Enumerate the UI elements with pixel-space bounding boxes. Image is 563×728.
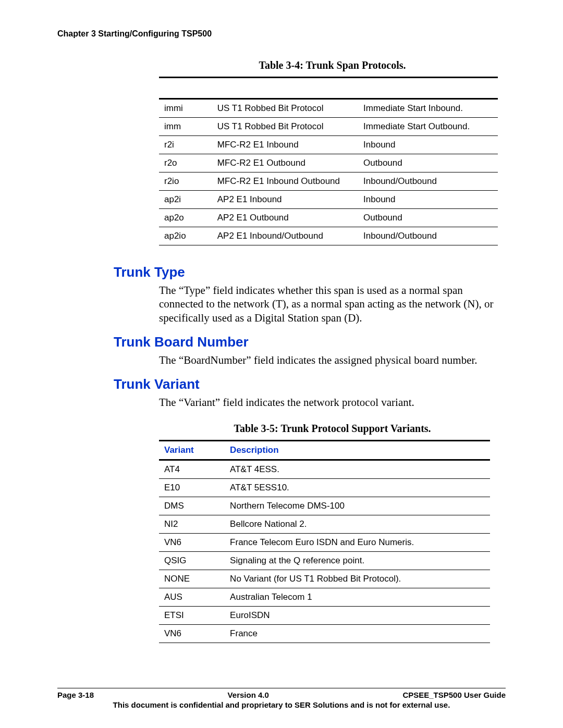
protocol-code: r2io: [159, 172, 212, 191]
footer-confidential-note: This document is confidential and propri…: [57, 700, 506, 709]
variant-code: DMS: [159, 497, 225, 515]
paragraph-trunk-variant: The “Variant” field indicates the networ…: [159, 396, 503, 409]
protocol-code: immi: [159, 99, 212, 118]
table-3-5: Variant Description AT4 AT&T 4ESS. E10 A…: [159, 440, 490, 643]
protocol-name: US T1 Robbed Bit Protocol: [212, 99, 358, 118]
variant-desc: No Variant (for US T1 Robbed Bit Protoco…: [225, 570, 490, 588]
table-3-5-block: Table 3-5: Trunk Protocol Support Varian…: [159, 423, 506, 643]
heading-trunk-type: Trunk Type: [114, 264, 506, 280]
protocol-desc: Outbound: [358, 154, 498, 172]
protocol-name: MFC-R2 E1 Inbound Outbound: [212, 172, 358, 191]
table-3-4-caption: Table 3-4: Trunk Span Protocols.: [159, 59, 506, 71]
page-footer: Page 3-18 Version 4.0 CPSEE_TSP500 User …: [57, 688, 506, 709]
variant-desc: EuroISDN: [225, 607, 490, 625]
protocol-desc: Inbound: [358, 191, 498, 209]
table-row: AUS Australian Telecom 1: [159, 588, 490, 607]
protocol-code: ap2io: [159, 227, 212, 245]
protocol-name: AP2 E1 Inbound: [212, 191, 358, 209]
column-header-description: Description: [225, 441, 490, 460]
table-row: E10 AT&T 5ESS10.: [159, 479, 490, 497]
table-row: ap2io AP2 E1 Inbound/Outbound Inbound/Ou…: [159, 227, 498, 245]
table-3-5-caption: Table 3-5: Trunk Protocol Support Varian…: [159, 423, 506, 435]
protocol-code: ap2o: [159, 209, 212, 227]
protocol-code: imm: [159, 118, 212, 136]
heading-trunk-board-number: Trunk Board Number: [114, 334, 506, 350]
variant-desc: France Telecom Euro ISDN and Euro Numeri…: [225, 534, 490, 552]
table-3-4-header-cell: [159, 78, 212, 99]
protocol-name: AP2 E1 Inbound/Outbound: [212, 227, 358, 245]
footer-version: Version 4.0: [228, 690, 269, 699]
protocol-desc: Inbound: [358, 136, 498, 154]
table-row: ap2o AP2 E1 Outbound Outbound: [159, 209, 498, 227]
variant-code: ETSI: [159, 607, 225, 625]
protocol-desc: Inbound/Outbound: [358, 172, 498, 191]
variant-desc: Bellcore National 2.: [225, 515, 490, 534]
table-3-5-header-row: Variant Description: [159, 441, 490, 460]
variant-desc: Australian Telecom 1: [225, 588, 490, 607]
table-row: NI2 Bellcore National 2.: [159, 515, 490, 534]
column-header-variant: Variant: [159, 441, 225, 460]
protocol-code: r2i: [159, 136, 212, 154]
variant-desc: AT&T 5ESS10.: [225, 479, 490, 497]
paragraph-trunk-type: The “Type” field indicates whether this …: [159, 283, 503, 325]
protocol-desc: Inbound/Outbound: [358, 227, 498, 245]
table-row: AT4 AT&T 4ESS.: [159, 460, 490, 479]
table-3-4-block: Table 3-4: Trunk Span Protocols. immi US…: [159, 59, 506, 245]
paragraph-trunk-board-number: The “BoardNumber” field indicates the as…: [159, 353, 503, 367]
table-row: r2i MFC-R2 E1 Inbound Inbound: [159, 136, 498, 154]
variant-code: VN6: [159, 625, 225, 643]
variant-desc: Northern Telecome DMS-100: [225, 497, 490, 515]
table-row: DMS Northern Telecome DMS-100: [159, 497, 490, 515]
document-page: Chapter 3 Starting/Configuring TSP500 Ta…: [0, 0, 563, 728]
table-row: r2io MFC-R2 E1 Inbound Outbound Inbound/…: [159, 172, 498, 191]
variant-desc: AT&T 4ESS.: [225, 460, 490, 479]
variant-code: AUS: [159, 588, 225, 607]
variant-code: QSIG: [159, 552, 225, 570]
table-row: VN6 France Telecom Euro ISDN and Euro Nu…: [159, 534, 490, 552]
running-header: Chapter 3 Starting/Configuring TSP500: [57, 29, 506, 39]
heading-trunk-variant: Trunk Variant: [114, 376, 506, 392]
variant-code: NI2: [159, 515, 225, 534]
variant-desc: Signaling at the Q reference point.: [225, 552, 490, 570]
protocol-code: r2o: [159, 154, 212, 172]
table-row: imm US T1 Robbed Bit Protocol Immediate …: [159, 118, 498, 136]
footer-page-number: Page 3-18: [57, 690, 94, 699]
table-3-4: immi US T1 Robbed Bit Protocol Immediate…: [159, 77, 498, 245]
table-3-4-header-cell: [212, 78, 358, 99]
variant-desc: France: [225, 625, 490, 643]
variant-code: E10: [159, 479, 225, 497]
protocol-name: US T1 Robbed Bit Protocol: [212, 118, 358, 136]
table-row: ETSI EuroISDN: [159, 607, 490, 625]
protocol-code: ap2i: [159, 191, 212, 209]
protocol-name: AP2 E1 Outbound: [212, 209, 358, 227]
footer-doc-title: CPSEE_TSP500 User Guide: [402, 690, 506, 699]
protocol-name: MFC-R2 E1 Inbound: [212, 136, 358, 154]
table-row: r2o MFC-R2 E1 Outbound Outbound: [159, 154, 498, 172]
table-row: NONE No Variant (for US T1 Robbed Bit Pr…: [159, 570, 490, 588]
table-3-4-header-cell: [358, 78, 498, 99]
variant-code: VN6: [159, 534, 225, 552]
table-3-4-header-row: [159, 78, 498, 99]
variant-code: AT4: [159, 460, 225, 479]
table-row: VN6 France: [159, 625, 490, 643]
protocol-desc: Immediate Start Inbound.: [358, 99, 498, 118]
table-row: immi US T1 Robbed Bit Protocol Immediate…: [159, 99, 498, 118]
table-row: ap2i AP2 E1 Inbound Inbound: [159, 191, 498, 209]
protocol-name: MFC-R2 E1 Outbound: [212, 154, 358, 172]
table-row: QSIG Signaling at the Q reference point.: [159, 552, 490, 570]
protocol-desc: Outbound: [358, 209, 498, 227]
protocol-desc: Immediate Start Outbound.: [358, 118, 498, 136]
variant-code: NONE: [159, 570, 225, 588]
